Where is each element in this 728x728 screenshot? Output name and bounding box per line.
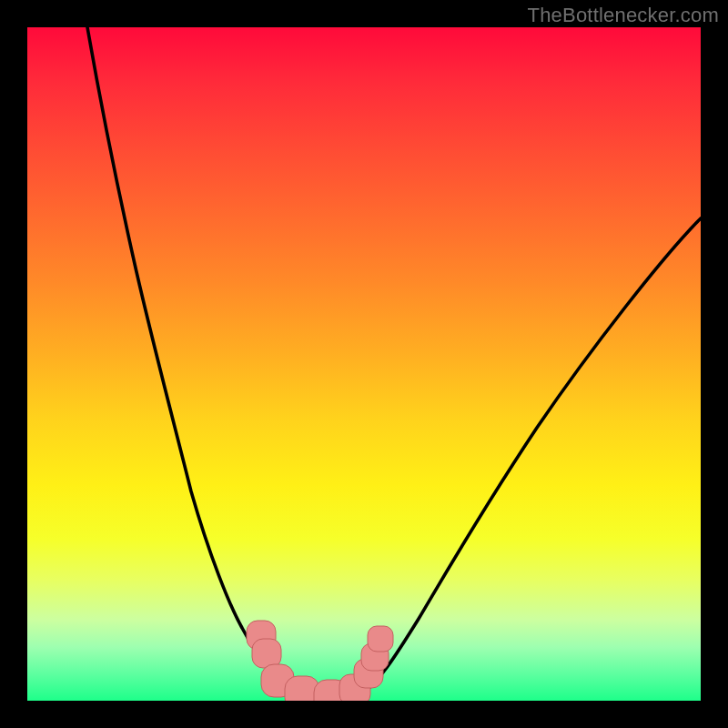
plot-area [27,27,701,701]
curve-layer [27,27,701,701]
valley-markers [247,621,393,701]
bottleneck-curve [87,27,701,699]
watermark-text: TheBottlenecker.com [528,4,719,27]
marker-point [252,639,281,668]
marker-point [368,626,393,652]
chart-frame: TheBottlenecker.com [0,0,728,728]
